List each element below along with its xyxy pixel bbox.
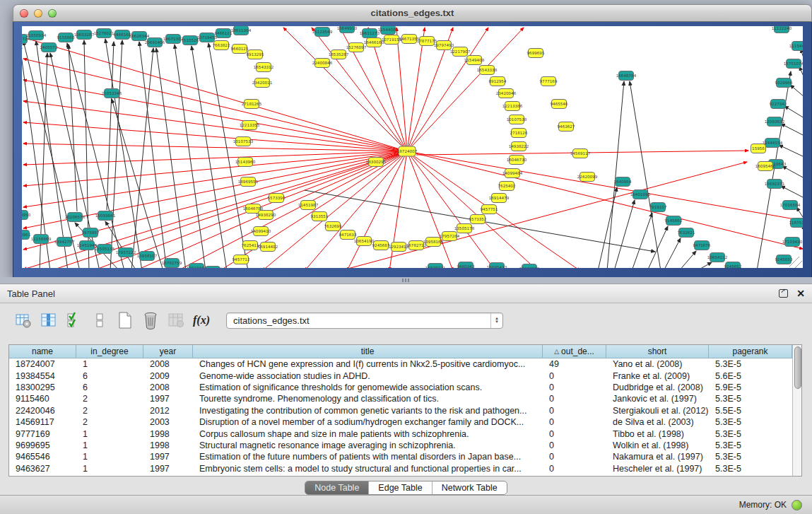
graph-node[interactable]: 9465546 [551,100,568,109]
unselect-all-icon[interactable] [90,311,109,329]
table-cell[interactable]: 1998 [143,440,193,451]
table-cell[interactable]: Franke et al. (2009) [606,370,709,381]
graph-node[interactable]: 9777169 [540,77,558,86]
graph-node[interactable]: 9245652 [724,262,742,269]
graph-node[interactable]: 8471633 [339,230,357,240]
table-cell[interactable]: 5.3E-5 [709,358,792,370]
graph-node[interactable]: 9245687 [372,241,390,250]
graph-node[interactable]: 7632621 [678,228,695,238]
table-row[interactable]: 946362711997Embryonic stem cells: a mode… [9,463,792,474]
graph-node[interactable]: 16401095 [630,190,651,199]
graph-node[interactable]: 20691406 [145,38,165,47]
graph-node[interactable]: 14671302 [163,35,183,44]
table-cell[interactable]: 0 [543,382,606,393]
graph-node[interactable]: 25260950 [22,211,31,220]
table-cell[interactable]: 18300295 [9,382,76,393]
graph-node[interactable]: 12213386 [502,102,523,111]
column-header-out_de[interactable]: △out_de... [543,345,606,358]
graph-node[interactable]: 10107538 [507,115,527,124]
table-cell[interactable]: 1997 [143,393,193,404]
table-cell[interactable]: 9463627 [9,463,76,474]
table-cell[interactable]: 9699695 [9,440,76,451]
graph-node[interactable]: 1640954 [614,177,632,187]
graph-node[interactable]: 20206576 [65,213,86,222]
table-cell[interactable]: 5.6E-5 [709,370,792,381]
graph-node[interactable]: 10653287 [74,30,95,40]
graph-node[interactable]: 11154408 [789,42,803,51]
table-cell[interactable]: Stergiakouli et al. (2012) [606,405,709,416]
table-row[interactable]: 946554611997Estimation of the future num… [9,451,792,462]
table-cell[interactable]: 1 [76,451,143,462]
panel-divider[interactable] [0,277,812,284]
table-row[interactable]: 1872400712008Changes of HCN gene express… [9,358,792,370]
table-cell[interactable]: Jankovic et al. (1997) [606,393,709,404]
column-header-year[interactable]: year [143,345,193,358]
graph-node[interactable]: 21050934 [26,31,47,40]
table-cell[interactable]: 2009 [143,370,193,381]
graph-node[interactable]: 23420011 [252,78,273,88]
table-row[interactable]: 911546021997Tourette syndrome. Phenomeno… [9,393,792,404]
graph-node[interactable]: 7632699 [324,222,342,231]
table-cell[interactable]: 0 [543,416,606,428]
table-cell[interactable]: 5.3E-5 [709,440,792,451]
table-cell[interactable]: 1997 [143,451,193,462]
table-cell[interactable]: 5.3E-5 [709,428,792,439]
close-panel-icon[interactable]: ✕ [796,288,805,298]
graph-node[interactable]: 7919107 [649,203,667,212]
table-cell[interactable]: Changes of HCN gene expression and I(f) … [193,358,543,370]
table-cell[interactable]: Investigating the contribution of common… [193,405,543,416]
graph-node[interactable]: 7663822 [213,41,230,50]
table-cell[interactable]: 2008 [143,358,193,370]
scrollbar-thumb[interactable] [794,346,801,389]
graph-node[interactable]: 16648784 [616,71,637,81]
graph-node[interactable]: 9457751 [481,205,498,214]
table-cell[interactable]: 2 [76,393,143,404]
graph-node[interactable]: 19797493 [434,41,454,50]
graph-node[interactable]: 12093832 [765,117,784,127]
column-header-name[interactable]: name [9,345,76,358]
graph-node[interactable]: 13505135 [95,245,115,254]
table-cell[interactable]: 2008 [143,382,193,393]
graph-node[interactable]: 7625402 [498,182,516,191]
table-cell[interactable]: 5.3E-5 [709,416,792,428]
graph-node[interactable]: 14099410 [251,227,271,236]
table-cell[interactable]: 6 [76,370,143,381]
graph-node[interactable]: 15143960 [235,158,256,167]
graph-node[interactable]: 16095433 [487,263,507,269]
memory-ok-indicator-icon[interactable] [792,500,802,510]
column-header-title[interactable]: title [193,345,543,358]
table-cell[interactable]: 5.3E-5 [709,463,792,474]
graph-node[interactable]: 9975887 [82,228,100,238]
float-panel-icon[interactable] [779,289,788,298]
graph-node[interactable]: 16543338 [477,66,498,75]
graph-node[interactable]: 23420046 [496,89,517,98]
graph-node[interactable]: 14938222 [509,142,529,151]
table-cell[interactable]: 1998 [143,428,193,439]
graph-node[interactable]: 16628344 [129,32,150,41]
table-cell[interactable]: 1 [76,440,143,451]
table-cell[interactable]: 5.3E-5 [709,393,792,404]
graph-node[interactable]: 8913295 [247,50,264,59]
graph-node[interactable]: 16782759 [162,259,182,268]
graph-node[interactable]: 15958 [751,144,766,153]
table-cell[interactable]: 9465546 [9,451,76,462]
column-header-short[interactable]: short [606,345,709,358]
graph-node[interactable]: 8471676 [693,241,711,250]
graph-node[interactable]: 16046730 [507,156,527,165]
table-cell[interactable]: 0 [543,428,606,439]
graph-node[interactable]: 18300295 [366,158,387,167]
table-cell[interactable]: Estimation of the future numbers of pati… [193,451,543,462]
table-cell[interactable]: 0 [543,405,606,416]
graph-node[interactable]: 11451987 [298,201,319,210]
graph-node[interactable]: 15123549 [312,28,333,37]
graph-node[interactable]: 11156869 [31,235,52,244]
graph-node[interactable]: 10654112 [707,253,727,262]
graph-node[interactable]: 13505178 [454,224,475,233]
graph-node[interactable]: 9245033 [775,255,793,264]
graph-node[interactable]: 27181265 [242,100,262,109]
table-cell[interactable]: Genome-wide association studies in ADHD. [193,370,543,381]
graph-node[interactable]: 9457712 [233,255,250,264]
table-row[interactable]: 1456911722003Disruption of a novel membe… [9,416,792,428]
graph-node[interactable]: 16914402 [258,243,278,252]
graph-node[interactable]: 9699695 [527,49,545,58]
